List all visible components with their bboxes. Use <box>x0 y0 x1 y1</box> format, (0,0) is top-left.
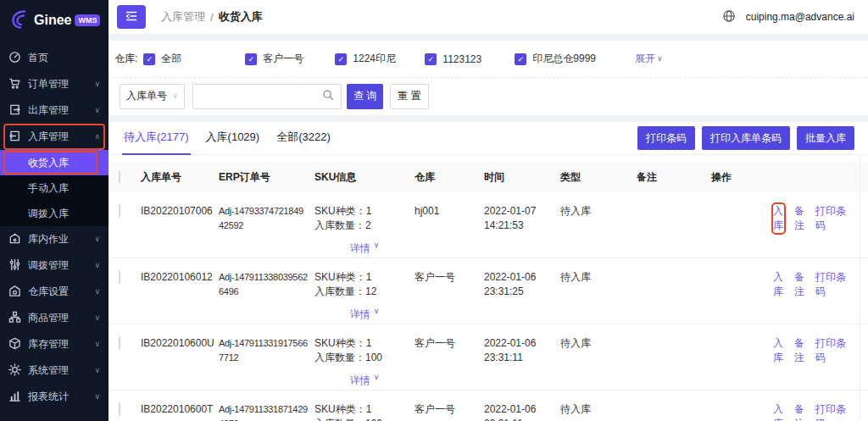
inbound-action-link[interactable]: 入库 <box>773 402 784 421</box>
checkbox-checked-icon[interactable]: ✓ <box>335 53 347 65</box>
top-bar-right: cuiping.ma@advance.ai <box>722 9 854 25</box>
sidebar-item-system-management[interactable]: 系统管理 ∨ <box>0 357 108 384</box>
dashboard-icon <box>8 51 21 66</box>
query-button[interactable]: 查 询 <box>347 84 383 109</box>
sidebar-item-home[interactable]: 首页 <box>0 45 108 71</box>
checkbox-checked-icon[interactable]: ✓ <box>245 53 257 65</box>
user-email[interactable]: cuiping.ma@advance.ai <box>746 11 854 23</box>
tabs-row: 待入库(2177) 入库(1029) 全部(3222) 打印条码 打印入库单条码… <box>108 122 868 155</box>
warehouse-checkbox-3[interactable]: ✓ 1123123 <box>425 53 515 65</box>
note-action-link[interactable]: 备注 <box>794 336 805 365</box>
inbound-action-link[interactable]: 入库 <box>773 270 784 299</box>
print-barcode-button[interactable]: 打印条码 <box>637 126 695 150</box>
tab-inbound[interactable]: 入库(1029) <box>204 122 262 155</box>
checkbox-checked-icon[interactable]: ✓ <box>515 53 526 65</box>
sidebar-item-inventory-management[interactable]: 库存管理 ∨ <box>0 331 108 357</box>
sliders-icon <box>8 258 21 274</box>
sidebar-item-order-management[interactable]: 订单管理 ∨ <box>0 71 108 97</box>
detail-label: 详情 <box>350 374 370 388</box>
brand-logo[interactable]: Ginee WMS <box>0 0 108 41</box>
inbound-action-link[interactable]: 入库 <box>773 336 784 365</box>
breadcrumb-parent[interactable]: 入库管理 <box>161 9 205 25</box>
sidebar-item-manual-inbound[interactable]: 手动入库 <box>0 175 108 201</box>
tab-pending-inbound[interactable]: 待入库(2177) <box>122 122 191 155</box>
warehouse-checkbox-all[interactable]: ✓ 全部 <box>143 52 245 66</box>
row-actions: 入库 备注 打印条码 <box>711 270 854 299</box>
batch-inbound-button[interactable]: 批量入库 <box>797 126 854 150</box>
sidebar-item-warehouse-operations[interactable]: 库内作业 ∨ <box>0 226 108 252</box>
table-row: IB2022010600T Adj-1479113318714294272 SK… <box>108 391 868 421</box>
breadcrumb: 入库管理 / 收货入库 <box>161 9 263 25</box>
erp-order-no: Adj-1479113319175667712 <box>219 336 314 365</box>
search-field-select[interactable]: 入库单号 ∨ <box>120 84 185 109</box>
reset-button[interactable]: 重 置 <box>390 84 428 109</box>
print-barcode-action-link[interactable]: 打印条码 <box>815 402 849 421</box>
row-checkbox[interactable] <box>119 402 120 416</box>
checkbox-checked-icon[interactable]: ✓ <box>143 53 155 65</box>
warehouse-filter-row: 仓库: ✓ 全部 ✓ 客户一号 ✓ 1224印尼 ✓ 1123123 ✓ 印尼总… <box>108 41 868 78</box>
print-inbound-order-barcode-button[interactable]: 打印入库单条码 <box>702 126 790 150</box>
print-barcode-action-link[interactable]: 打印条码 <box>815 336 849 365</box>
sidebar-item-report-statistics[interactable]: 报表统计 ∨ <box>0 384 108 410</box>
qty-value: 12 <box>365 285 376 297</box>
search-input[interactable] <box>200 91 322 102</box>
print-barcode-action-link[interactable]: 打印条码 <box>815 204 849 233</box>
sidebar: Ginee WMS 首页 订单管理 ∨ 出库管理 ∨ 入库管理 ∧ 收货入库 <box>0 0 108 421</box>
warehouse-checkbox-4[interactable]: ✓ 印尼总仓9999 <box>515 52 604 66</box>
row-checkbox[interactable] <box>119 270 120 284</box>
warehouse-checkbox-2[interactable]: ✓ 1224印尼 <box>335 52 425 66</box>
sidebar-item-outbound-management[interactable]: 出库管理 ∨ <box>0 97 108 124</box>
print-barcode-action-link[interactable]: 打印条码 <box>815 270 849 299</box>
table-row: IB20220107006 Adj-1479337472184942592 SK… <box>108 192 868 258</box>
select-all-checkbox[interactable] <box>119 170 120 184</box>
globe-icon[interactable] <box>722 9 736 25</box>
sidebar-item-label: 商品管理 <box>28 311 69 325</box>
sidebar-item-inbound-management[interactable]: 入库管理 ∧ <box>0 124 108 150</box>
warehouse-checkbox-1[interactable]: ✓ 客户一号 <box>245 52 335 66</box>
select-value: 入库单号 <box>126 89 167 103</box>
cart-icon <box>8 77 21 92</box>
checkbox-label: 印尼总仓9999 <box>532 52 596 66</box>
qty-label: 入库数量： <box>314 285 365 297</box>
expand-filters-link[interactable]: 展开 ∨ <box>635 52 663 66</box>
sidebar-item-transfer-inbound[interactable]: 调拨入库 <box>0 201 108 226</box>
detail-toggle-link[interactable]: 详情∨ <box>314 241 415 256</box>
erp-order-no: Adj-1479113380395626496 <box>219 270 314 299</box>
time-value: 23:31:25 <box>484 285 560 299</box>
sidebar-item-warehouse-settings[interactable]: 仓库设置 ∨ <box>0 279 108 305</box>
search-icon[interactable] <box>322 89 334 103</box>
detail-toggle-link[interactable]: 详情∨ <box>314 374 415 388</box>
checkbox-checked-icon[interactable]: ✓ <box>425 53 437 65</box>
product-icon <box>8 311 21 326</box>
type: 待入库 <box>560 204 637 219</box>
sku-info: SKU种类：1 入库数量：100 详情∨ <box>314 336 415 388</box>
sidebar-item-product-management[interactable]: 商品管理 ∨ <box>0 305 108 331</box>
row-actions: 入库 备注 打印条码 <box>711 402 854 421</box>
note-action-link[interactable]: 备注 <box>794 402 805 421</box>
warehouse: 客户一号 <box>415 336 484 351</box>
note-action-link[interactable]: 备注 <box>794 204 805 233</box>
row-checkbox[interactable] <box>119 204 120 218</box>
search-box <box>192 84 342 109</box>
table-row: IB2022010600U Adj-1479113319175667712 SK… <box>108 324 868 391</box>
time-value: 23:31:11 <box>484 351 560 365</box>
order-no: IB20220106012 <box>141 270 219 285</box>
checkbox-label: 1224印尼 <box>353 52 396 66</box>
row-checkbox[interactable] <box>119 336 120 350</box>
col-header-time: 时间 <box>484 170 560 185</box>
type: 待入库 <box>560 270 637 285</box>
checkbox-label: 客户一号 <box>263 52 303 66</box>
sidebar-collapse-button[interactable] <box>117 5 146 29</box>
tab-all[interactable]: 全部(3222) <box>275 122 332 155</box>
time-value: 23:31:11 <box>484 417 560 421</box>
chevron-down-icon: ∨ <box>172 92 178 100</box>
sidebar-item-transfer-management[interactable]: 调拨管理 ∨ <box>0 252 108 279</box>
col-header-warehouse: 仓库 <box>415 170 484 185</box>
qty-value: 100 <box>365 418 382 421</box>
warehouse-ops-icon <box>8 232 21 247</box>
sidebar-item-receiving-inbound[interactable]: 收货入库 <box>0 150 108 175</box>
note-action-link[interactable]: 备注 <box>794 270 805 299</box>
sidebar-item-label: 调拨管理 <box>28 258 69 273</box>
detail-toggle-link[interactable]: 详情∨ <box>314 307 415 322</box>
inbound-action-link[interactable]: 入库 <box>773 204 784 233</box>
